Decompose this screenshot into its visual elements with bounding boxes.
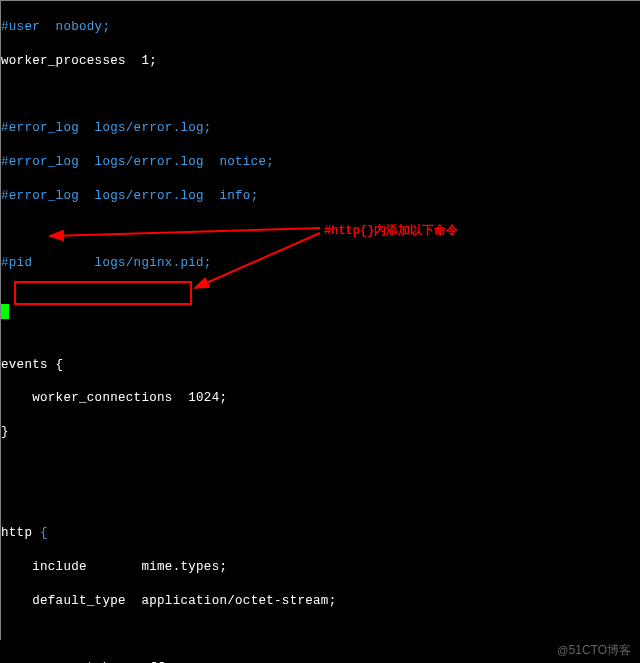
window-border-top [0,0,640,1]
watermark-text: 51CTO博客 [569,643,631,657]
code-line: default_type application/octet-stream; [1,594,336,608]
code-line: } [1,425,9,439]
code-line: worker_processes 1; [1,54,157,68]
code-brace: { [40,526,48,540]
code-line: worker_connections 1024; [1,391,227,405]
code-line: #error_log logs/error.log; [1,121,212,135]
code-editor[interactable]: #user nobody; worker_processes 1; #error… [0,0,640,663]
code-line: #user nobody; [1,20,110,34]
code-line: include mime.types; [1,560,227,574]
code-line: #pid logs/nginx.pid; [1,256,212,270]
watermark: @51CTO博客 [557,642,631,659]
annotation-label: #http{}内添加以下命令 [324,222,458,239]
text-cursor [1,304,9,319]
code-line: #error_log logs/error.log notice; [1,155,274,169]
window-border-left [0,0,1,640]
code-line: http [1,526,40,540]
code-line: events { [1,358,63,372]
code-line: #error_log logs/error.log info; [1,189,258,203]
watermark-at: @ [557,644,568,656]
